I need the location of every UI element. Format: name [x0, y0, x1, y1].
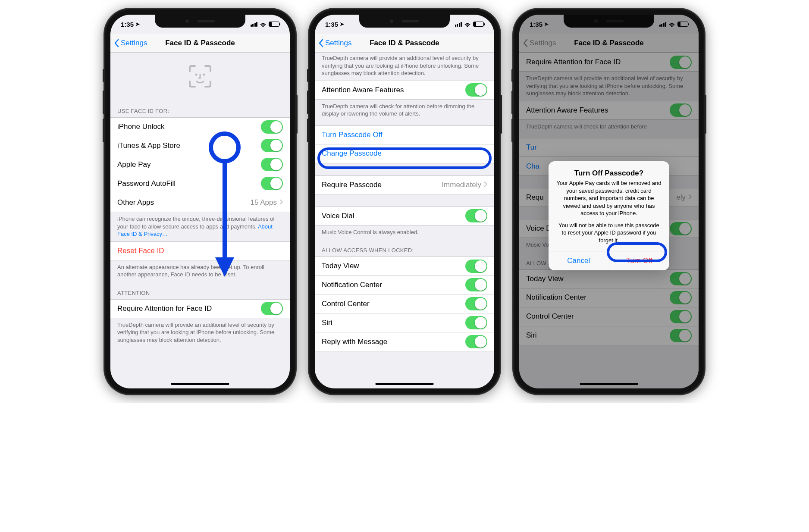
- row-attention-aware[interactable]: Attention Aware Features: [315, 81, 494, 100]
- chevron-left-icon: [318, 39, 323, 47]
- row-apple-pay[interactable]: Apple Pay: [110, 155, 290, 174]
- chevron-right-icon: [279, 198, 283, 207]
- home-indicator[interactable]: [171, 383, 229, 385]
- row-siri[interactable]: Siri: [315, 313, 494, 332]
- toggle-reply[interactable]: [465, 335, 487, 348]
- location-icon: ➤: [340, 21, 344, 27]
- wifi-icon: [464, 22, 471, 27]
- row-control-center[interactable]: Control Center: [315, 294, 494, 313]
- svg-point-0: [195, 74, 198, 76]
- phone-mockup-1: 1:35➤ Settings Face ID & Passcode: [104, 9, 296, 394]
- section-header-use-faceid: USE FACE ID FOR:: [110, 100, 290, 117]
- row-itunes[interactable]: iTunes & App Store: [110, 136, 290, 155]
- row-change-passcode[interactable]: Change Passcode: [315, 144, 494, 163]
- row-voice-dial[interactable]: Voice Dial: [315, 207, 494, 225]
- toggle-siri[interactable]: [465, 316, 487, 329]
- back-button[interactable]: Settings: [318, 34, 351, 52]
- section-header-attention: ATTENTION: [110, 282, 290, 299]
- location-icon: ➤: [135, 21, 140, 27]
- notch: [359, 15, 450, 28]
- phone-mockup-2: 1:35➤ Settings Face ID & Passcode TrueDe…: [309, 9, 500, 394]
- row-turn-passcode-off[interactable]: Turn Passcode Off: [315, 125, 494, 144]
- reset-footer: An alternate appearance has already been…: [110, 260, 290, 282]
- phone-mockup-3: 1:35➤ Settings Face ID & Passcode Requir…: [513, 9, 705, 394]
- row-require-attention[interactable]: Require Attention for Face ID: [110, 299, 290, 318]
- row-password-autofill[interactable]: Password AutoFill: [110, 174, 290, 193]
- chevron-left-icon: [114, 39, 119, 47]
- back-label: Settings: [121, 39, 147, 47]
- back-label: Settings: [325, 39, 351, 47]
- row-require-passcode[interactable]: Require PasscodeImmediately: [315, 175, 494, 194]
- toggle-today-view[interactable]: [465, 260, 487, 273]
- alert-title: Turn Off Passcode?: [555, 169, 662, 178]
- attention-aware-footer: TrueDepth camera will check for attentio…: [315, 100, 494, 121]
- settings-content[interactable]: TrueDepth camera will provide an additio…: [315, 53, 494, 388]
- row-reset-faceid[interactable]: Reset Face ID: [110, 241, 290, 260]
- row-reply-with-message[interactable]: Reply with Message: [315, 332, 494, 351]
- row-today-view[interactable]: Today View: [315, 257, 494, 275]
- require-passcode-value: Immediately: [442, 181, 481, 189]
- notch: [155, 15, 245, 28]
- row-other-apps[interactable]: Other Apps15 Apps: [110, 193, 290, 212]
- battery-icon: [473, 22, 484, 27]
- toggle-itunes[interactable]: [261, 139, 283, 152]
- other-apps-count: 15 Apps: [251, 198, 277, 207]
- toggle-control-center[interactable]: [465, 297, 487, 310]
- home-indicator[interactable]: [376, 383, 434, 385]
- toggle-voice-dial[interactable]: [465, 209, 487, 222]
- status-time: 1:35: [121, 21, 134, 28]
- faceid-hero: [110, 53, 290, 100]
- use-faceid-footer: iPhone can recognize the unique, three-d…: [110, 212, 290, 241]
- svg-point-1: [203, 74, 205, 76]
- faceid-icon: [188, 64, 212, 88]
- toggle-require-attention[interactable]: [261, 302, 283, 315]
- nav-bar: Settings Face ID & Passcode: [110, 34, 290, 53]
- turn-off-passcode-alert: Turn Off Passcode? Your Apple Pay cards …: [549, 161, 669, 270]
- require-attention-footer: TrueDepth camera will provide an additio…: [110, 318, 290, 347]
- nav-title: Face ID & Passcode: [165, 39, 235, 47]
- wifi-icon: [260, 22, 267, 27]
- nav-bar: Settings Face ID & Passcode: [315, 34, 494, 53]
- voice-dial-footer: Music Voice Control is always enabled.: [315, 225, 494, 240]
- toggle-iphone-unlock[interactable]: [261, 120, 283, 134]
- row-notification-center[interactable]: Notification Center: [315, 275, 494, 294]
- cellular-icon: [251, 22, 258, 27]
- toggle-attention-aware[interactable]: [465, 83, 487, 97]
- alert-message: Your Apple Pay cards will be removed and…: [555, 179, 662, 244]
- truedepth-footer-partial: TrueDepth camera will provide an additio…: [315, 53, 494, 81]
- status-time: 1:35: [325, 21, 338, 28]
- cellular-icon: [455, 22, 462, 27]
- section-header-allow-access: ALLOW ACCESS WHEN LOCKED:: [315, 239, 494, 257]
- toggle-autofill[interactable]: [261, 177, 283, 190]
- settings-content[interactable]: USE FACE ID FOR: iPhone Unlock iTunes & …: [110, 53, 290, 388]
- toggle-notif-center[interactable]: [465, 278, 487, 291]
- chevron-right-icon: [484, 181, 487, 189]
- alert-turn-off-button[interactable]: Turn Off: [609, 251, 670, 270]
- row-iphone-unlock[interactable]: iPhone Unlock: [110, 117, 290, 136]
- back-button[interactable]: Settings: [114, 34, 147, 52]
- alert-cancel-button[interactable]: Cancel: [549, 251, 609, 270]
- toggle-apple-pay[interactable]: [261, 158, 283, 171]
- nav-title: Face ID & Passcode: [370, 39, 439, 47]
- battery-icon: [269, 22, 279, 27]
